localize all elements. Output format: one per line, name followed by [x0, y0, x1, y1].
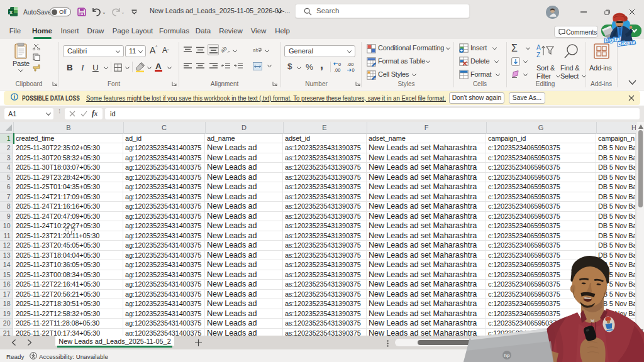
svg-text:Bikana: Bikana — [618, 39, 636, 47]
svg-text:.00: .00 — [334, 67, 340, 72]
svg-text:A: A — [536, 44, 541, 51]
svg-text:hp: hp — [504, 353, 510, 358]
svg-text:ab: ab — [221, 46, 228, 54]
svg-text:x: x — [9, 9, 13, 15]
svg-text:0: 0 — [338, 62, 341, 67]
svg-text:ab: ab — [253, 47, 258, 53]
svg-text:0: 0 — [352, 67, 355, 72]
svg-text:Z: Z — [536, 52, 540, 58]
svg-text:.00: .00 — [347, 62, 353, 67]
